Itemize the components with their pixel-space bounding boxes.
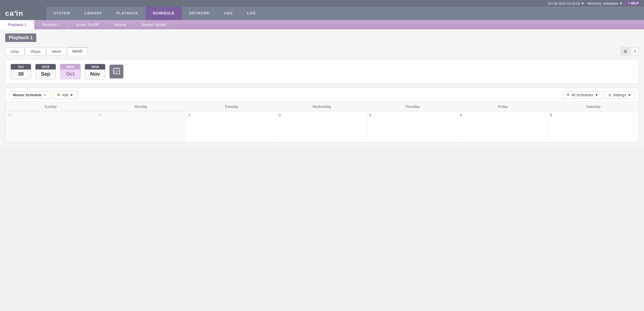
date-tile-sep-year: 2019 [36, 64, 56, 70]
add-label: Add [62, 93, 68, 97]
nav-item-schedule[interactable]: SCHEDULE [146, 7, 182, 20]
settings-button[interactable]: ⚙ Settings ▼ [604, 91, 635, 99]
subnav-playback1[interactable]: Playback 1 [0, 20, 34, 29]
subnav-screen-onoff[interactable]: Screen On/Off [68, 20, 106, 29]
nav-item-library[interactable]: LIBRARY [77, 7, 109, 20]
nav-item-system[interactable]: SYSTEM [46, 7, 77, 20]
nav-item-playback[interactable]: PLAYBACK [109, 7, 146, 20]
svg-rect-1 [113, 70, 120, 70]
tab-1day[interactable]: 1Day [5, 48, 24, 55]
schedule-toolbar-right: ⚑ All Schedules ▼ ⚙ Settings ▼ [563, 91, 635, 99]
welcome-arrow[interactable]: ▼ [619, 2, 623, 5]
help-button[interactable]: ? HELP [626, 1, 641, 6]
nav-item-cms[interactable]: CMS [217, 7, 240, 20]
main-nav: SYSTEM LIBRARY PLAYBACK SCHEDULE NETWORK… [46, 7, 644, 20]
top-bar: Oct 30 2019 13:10:03 ▼ Welcome, webadmin… [0, 0, 644, 7]
cal-cell-oct2[interactable]: 2 [277, 111, 367, 142]
cal-cell-sep30[interactable]: 30 [96, 111, 186, 142]
view-tabs: 1Day 3Days Week Month [5, 47, 88, 55]
cal-header-friday: Friday [458, 102, 548, 111]
page-title: Playback 1 [5, 33, 36, 42]
cal-cell-oct3[interactable]: 3 [367, 111, 458, 142]
date-tile-today-month: Oct [11, 64, 31, 70]
grid-icon: ⊞ [624, 49, 627, 54]
tab-week[interactable]: Week [46, 48, 66, 55]
cal-header-monday: Monday [96, 102, 186, 111]
settings-label: Settings [613, 93, 626, 97]
add-arrow-icon: ▼ [70, 93, 73, 97]
tab-3days[interactable]: 3Days [25, 48, 46, 55]
nav-item-network[interactable]: NETWORK [182, 7, 217, 20]
subnav-system-restart-label: System Restart [142, 23, 167, 27]
calendar-header: Sunday Monday Tuesday Wednesday Thursday… [5, 102, 639, 111]
list-view-button[interactable]: ≡ [631, 47, 639, 55]
cal-cell-oct5[interactable]: 5 [548, 111, 639, 142]
tab-3days-label: 3Days [30, 49, 41, 54]
subnav-playback2[interactable]: Playback 2 [34, 20, 67, 29]
subnav-screen-onoff-label: Screen On/Off [75, 23, 98, 27]
all-schedules-label: All Schedules [571, 93, 593, 97]
datetime-text: Oct 30 2019 13:10:03 [548, 2, 580, 5]
date-tile-nov[interactable]: 2019 Nov [85, 64, 105, 79]
cal-header-thursday: Thursday [367, 102, 458, 111]
subnav-volume[interactable]: Volume [106, 20, 134, 29]
subnav-volume-label: Volume [114, 23, 126, 27]
datetime-display: Oct 30 2019 13:10:03 ▼ [548, 2, 584, 5]
cal-cell-sep29[interactable]: 29 [5, 111, 96, 142]
master-schedule-label: Master Schedule [13, 93, 41, 97]
page-content: Playback 1 1Day 3Days Week Month ⊞ ≡ [0, 29, 644, 147]
view-tabs-row: 1Day 3Days Week Month ⊞ ≡ [5, 47, 639, 55]
svg-rect-7 [114, 72, 115, 73]
svg-rect-8 [116, 72, 117, 73]
svg-rect-5 [116, 71, 117, 72]
schedule-toolbar: Master Schedule ▼ ✚ Add ▼ ⚑ All Schedule… [5, 88, 639, 102]
master-schedule-button[interactable]: Master Schedule ▼ [9, 91, 50, 99]
svg-rect-4 [114, 71, 115, 72]
nav-item-log[interactable]: LOG [240, 7, 263, 20]
cal-cell-oct4[interactable]: 4 [458, 111, 548, 142]
calendar-picker-button[interactable] [109, 65, 123, 79]
schedule-toolbar-left: Master Schedule ▼ ✚ Add ▼ [9, 91, 77, 99]
all-schedules-button[interactable]: ⚑ All Schedules ▼ [563, 91, 602, 99]
calendar-body: 29 30 1 2 3 4 5 [5, 111, 639, 142]
subnav-system-restart[interactable]: System Restart [134, 20, 175, 29]
date-tile-sep[interactable]: 2019 Sep [35, 64, 56, 79]
cal-header-wednesday: Wednesday [277, 102, 367, 111]
master-schedule-arrow-icon: ▼ [43, 93, 47, 97]
header: cain SYSTEM LIBRARY PLAYBACK SCHEDULE NE… [0, 7, 644, 20]
tab-week-label: Week [52, 49, 61, 54]
date-tile-sep-month: Sep [36, 70, 56, 79]
logo: cain [5, 9, 23, 18]
cal-day-number: 30 [98, 113, 102, 117]
date-tile-oct-year: 2019 [60, 64, 80, 70]
calendar-icon [113, 67, 120, 76]
cal-day-number: 2 [279, 113, 281, 117]
gear-icon: ⚙ [608, 93, 612, 97]
view-icons: ⊞ ≡ [621, 47, 639, 55]
date-selector-area: Oct 30 2019 Sep 2019 Oct 2019 Nov [5, 59, 639, 84]
all-schedules-arrow-icon: ▼ [595, 93, 598, 97]
date-tile-oct[interactable]: 2019 Oct [60, 64, 81, 79]
tab-month[interactable]: Month [67, 47, 88, 55]
datetime-arrow[interactable]: ▼ [581, 2, 584, 5]
welcome-display: Welcome, webadmin ▼ [587, 2, 623, 5]
cal-cell-oct1[interactable]: 1 [186, 111, 277, 142]
subnav-playback1-label: Playback 1 [8, 23, 26, 27]
settings-arrow-icon: ▼ [628, 93, 631, 97]
cal-day-number: 4 [460, 113, 462, 117]
list-icon: ≡ [634, 49, 636, 54]
cal-day-number: 5 [550, 113, 552, 117]
grid-view-button[interactable]: ⊞ [621, 47, 630, 55]
add-button[interactable]: ✚ Add ▼ [53, 91, 77, 99]
cal-header-tuesday: Tuesday [186, 102, 277, 111]
subnav-playback2-label: Playback 2 [42, 23, 60, 27]
cal-day-number: 1 [188, 113, 190, 117]
logo-area: cain [0, 7, 46, 20]
cal-header-sunday: Sunday [5, 102, 96, 111]
date-tile-today[interactable]: Oct 30 [11, 64, 31, 79]
tab-month-label: Month [72, 49, 82, 53]
add-plus-icon: ✚ [57, 92, 60, 97]
date-tile-oct-month: Oct [60, 70, 80, 79]
cal-header-saturday: Saturday [548, 102, 639, 111]
sub-nav: Playback 1 Playback 2 Screen On/Off Volu… [0, 20, 644, 29]
